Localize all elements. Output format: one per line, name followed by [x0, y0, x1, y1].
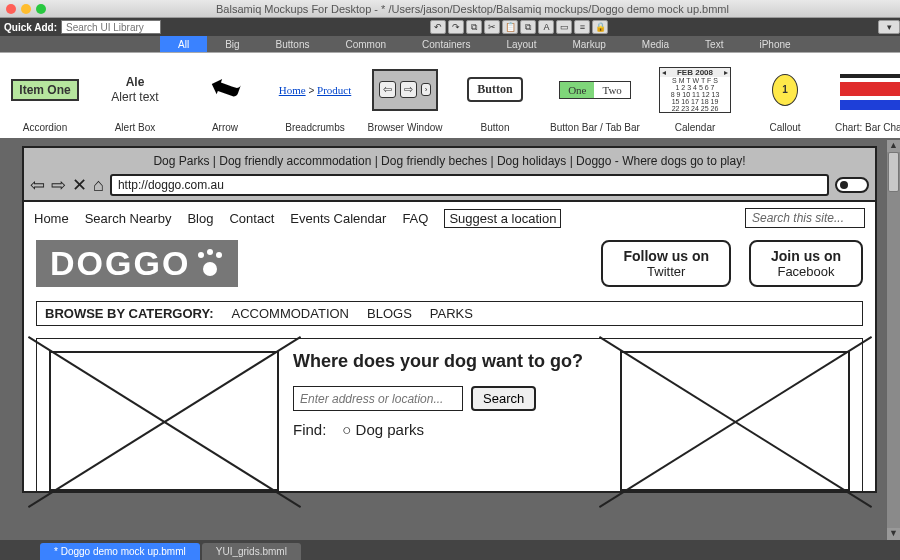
dropdown-icon[interactable]: ▾: [878, 20, 900, 34]
image-placeholder-right: [620, 351, 850, 491]
curved-arrow-icon: ➦: [202, 63, 247, 115]
url-field[interactable]: http://doggo.com.au: [110, 174, 829, 196]
lib-calendar[interactable]: ◂FEB 2008▸S M T W T F S1 2 3 4 5 6 78 9 …: [650, 53, 740, 138]
logo: DOGGO: [36, 240, 238, 287]
forward-icon[interactable]: ⇨: [51, 174, 66, 196]
nav-search-nearby[interactable]: Search Nearby: [85, 211, 172, 226]
site-search-input[interactable]: Search this site...: [745, 208, 865, 228]
lib-callout[interactable]: 1 Callout: [740, 53, 830, 138]
minimize-icon[interactable]: [21, 4, 31, 14]
category-layout[interactable]: Layout: [488, 36, 554, 52]
copy-icon[interactable]: ⧉: [466, 20, 482, 34]
tab-yui[interactable]: YUI_grids.bmml: [202, 543, 301, 560]
back-icon[interactable]: ⇦: [30, 174, 45, 196]
search-pill[interactable]: [835, 177, 869, 193]
quick-add-input[interactable]: [61, 20, 161, 34]
nav-contact[interactable]: Contact: [229, 211, 274, 226]
lib-breadcrumbs[interactable]: Home > Product Breadcrumbs: [270, 53, 360, 138]
category-text[interactable]: Text: [687, 36, 741, 52]
lib-button[interactable]: Button Button: [450, 53, 540, 138]
lock-icon[interactable]: 🔒: [592, 20, 608, 34]
nav-events[interactable]: Events Calendar: [290, 211, 386, 226]
duplicate-icon[interactable]: ⧉: [520, 20, 536, 34]
follow-card[interactable]: Follow us onTwitter: [601, 240, 731, 287]
toolbar-icons: ↶ ↷ ⧉ ✂ 📋 ⧉ A ▭ ≡ 🔒: [161, 20, 878, 34]
nav-faq[interactable]: FAQ: [402, 211, 428, 226]
browse-category-row: BROWSE BY CATERGORY: ACCOMMODATION BLOGS…: [36, 301, 863, 326]
address-input[interactable]: [293, 386, 463, 411]
vertical-scrollbar[interactable]: ▲ ▼: [886, 140, 900, 540]
mock-nav: Home Search Nearby Blog Contact Events C…: [24, 202, 875, 234]
cat-parks[interactable]: PARKS: [430, 306, 473, 321]
align-icon[interactable]: ≡: [574, 20, 590, 34]
svg-rect-0: [840, 100, 900, 110]
cut-icon[interactable]: ✂: [484, 20, 500, 34]
lib-accordion[interactable]: Item One Accordion: [0, 53, 90, 138]
mock-top-links: Dog Parks | Dog friendly accommodation |…: [30, 152, 869, 174]
nav-suggest[interactable]: Suggest a location: [444, 209, 561, 228]
cat-blogs[interactable]: BLOGS: [367, 306, 412, 321]
document-tabs: * Doggo demo mock up.bmml YUI_grids.bmml: [0, 540, 900, 560]
category-common[interactable]: Common: [328, 36, 405, 52]
home-icon[interactable]: ⌂: [93, 175, 104, 196]
lib-chart-bar[interactable]: Chart: Bar Char: [830, 53, 900, 138]
category-iphone[interactable]: iPhone: [741, 36, 808, 52]
group-icon[interactable]: ▭: [556, 20, 572, 34]
lib-button-bar[interactable]: OneTwo Button Bar / Tab Bar: [540, 53, 650, 138]
ui-library: Item One Accordion AleAlert text Alert B…: [0, 52, 900, 140]
canvas[interactable]: Dog Parks | Dog friendly accommodation |…: [0, 140, 900, 540]
quick-add-bar: Quick Add: ↶ ↷ ⧉ ✂ 📋 ⧉ A ▭ ≡ 🔒 ▾: [0, 18, 900, 36]
scroll-down-icon[interactable]: ▼: [887, 528, 900, 540]
svg-rect-2: [840, 74, 900, 78]
radio-dog-parks[interactable]: ○ Dog parks: [342, 421, 424, 438]
search-button[interactable]: Search: [471, 386, 536, 411]
mockup-browser[interactable]: Dog Parks | Dog friendly accommodation |…: [22, 146, 877, 493]
svg-rect-1: [840, 82, 900, 96]
paw-icon: [196, 250, 224, 278]
scroll-thumb[interactable]: [888, 152, 899, 192]
lib-arrow[interactable]: ➦ Arrow: [180, 53, 270, 138]
undo-icon[interactable]: ↶: [430, 20, 446, 34]
tab-doggo[interactable]: * Doggo demo mock up.bmml: [40, 543, 200, 560]
redo-icon[interactable]: ↷: [448, 20, 464, 34]
category-buttons[interactable]: Buttons: [258, 36, 328, 52]
join-card[interactable]: Join us onFacebook: [749, 240, 863, 287]
paste-icon[interactable]: 📋: [502, 20, 518, 34]
category-all[interactable]: All: [160, 36, 207, 52]
category-bar: All Big Buttons Common Containers Layout…: [0, 36, 900, 52]
nav-blog[interactable]: Blog: [187, 211, 213, 226]
category-markup[interactable]: Markup: [554, 36, 623, 52]
category-containers[interactable]: Containers: [404, 36, 488, 52]
maximize-icon[interactable]: [36, 4, 46, 14]
close-icon[interactable]: [6, 4, 16, 14]
nav-home[interactable]: Home: [34, 211, 69, 226]
font-icon[interactable]: A: [538, 20, 554, 34]
image-placeholder-left: [49, 351, 279, 491]
category-big[interactable]: Big: [207, 36, 257, 52]
lib-alert-box[interactable]: AleAlert text Alert Box: [90, 53, 180, 138]
find-label: Find:: [293, 421, 326, 438]
window-title: Balsamiq Mockups For Desktop - * /Users/…: [51, 3, 894, 15]
lib-browser-window[interactable]: ⇦⇨› Browser Window: [360, 53, 450, 138]
cat-accommodation[interactable]: ACCOMMODATION: [232, 306, 349, 321]
category-media[interactable]: Media: [624, 36, 687, 52]
quick-add-label: Quick Add:: [0, 22, 61, 33]
hero-question: Where does your dog want to go?: [293, 351, 606, 372]
scroll-up-icon[interactable]: ▲: [887, 140, 900, 152]
stop-icon[interactable]: ✕: [72, 174, 87, 196]
mock-browser-chrome: Dog Parks | Dog friendly accommodation |…: [24, 148, 875, 202]
window-titlebar: Balsamiq Mockups For Desktop - * /Users/…: [0, 0, 900, 18]
